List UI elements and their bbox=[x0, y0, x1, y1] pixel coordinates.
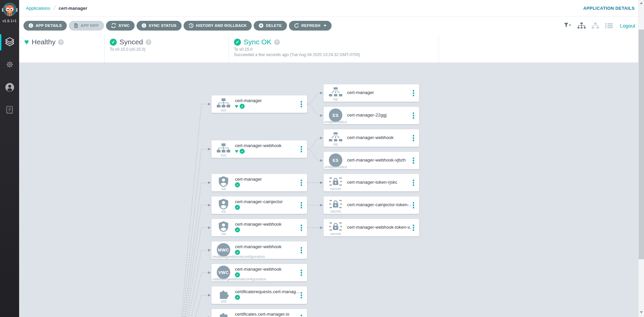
resource-kind-label: ep bbox=[324, 97, 348, 101]
info-icon bbox=[29, 23, 33, 28]
node-menu-button[interactable] bbox=[412, 224, 415, 232]
vertical-scrollbar[interactable] bbox=[638, 0, 644, 317]
logout-link[interactable]: Logout bbox=[620, 23, 635, 29]
resource-name: cert-manager-cainjector-token-... bbox=[347, 202, 411, 207]
app-details-button[interactable]: APP DETAILS bbox=[23, 21, 67, 31]
operation-status-label: Sync OK bbox=[244, 38, 271, 46]
argocd-app: v1.6.1+1 Applications/cert-manager APPLI… bbox=[0, 0, 644, 317]
resource-node-endpointslice[interactable]: EScert-manager-webhook-vjbzhendpointslic… bbox=[324, 152, 419, 169]
breadcrumb: Applications/cert-manager bbox=[26, 5, 87, 11]
health-icons bbox=[235, 149, 245, 154]
node-menu-button[interactable] bbox=[300, 224, 303, 232]
resource-node-secret[interactable]: cert-manager-cainjector-token-...secret bbox=[324, 196, 419, 214]
resource-node-sa[interactable]: cert-manager-webhooksa bbox=[211, 219, 307, 236]
operation-revision: To v0.15.0 bbox=[234, 47, 439, 52]
sync-status-button[interactable]: SYNC STATUS bbox=[137, 21, 182, 31]
network-view-icon[interactable] bbox=[591, 22, 599, 29]
sync-icon bbox=[111, 23, 116, 28]
node-menu-button[interactable] bbox=[412, 134, 415, 142]
layers-icon bbox=[5, 37, 15, 48]
filter-icon[interactable] bbox=[564, 23, 572, 28]
gear-icon bbox=[5, 60, 14, 70]
breadcrumb-applications-link[interactable]: Applications bbox=[26, 6, 50, 11]
history-and-rollback-button[interactable]: HISTORY AND ROLLBACK bbox=[184, 21, 252, 31]
resource-name: certificaterequests.cert-manag... bbox=[235, 289, 299, 294]
sidebar-item-settings[interactable] bbox=[0, 54, 19, 77]
sa-icon bbox=[216, 176, 231, 187]
node-menu-button[interactable] bbox=[300, 269, 303, 277]
resource-node-svc[interactable]: cert-managersvc bbox=[211, 95, 307, 113]
node-menu-button[interactable] bbox=[412, 201, 415, 210]
breadcrumb-separator: / bbox=[53, 5, 56, 11]
resource-name: certificates.cert-manager.io bbox=[235, 312, 289, 317]
resource-node-secret[interactable]: cert-manager-token-rjskcsecret bbox=[324, 174, 419, 191]
help-icon[interactable] bbox=[58, 39, 64, 45]
resource-kind-label: sa bbox=[211, 187, 236, 191]
health-icons bbox=[235, 227, 240, 232]
resource-node-validatingwebhookconfiguration[interactable]: VWCcert-manager-webhookvalidatingwebhook… bbox=[211, 264, 307, 281]
check-icon bbox=[235, 227, 240, 232]
scroll-up-arrow[interactable] bbox=[640, 2, 643, 4]
user-icon bbox=[5, 83, 14, 93]
resource-kind-label: secret bbox=[324, 209, 348, 213]
active-indicator bbox=[0, 34, 1, 50]
sync-revision: To v0.15.0 (v0.15.0) bbox=[110, 47, 229, 52]
resource-node-mutatingwebhookconfiguration[interactable]: MWCcert-manager-webhookmutatingwebhookco… bbox=[211, 241, 307, 259]
toolbar: APP DETAILSAPP DIFFSYNCSYNC STATUSHISTOR… bbox=[19, 16, 644, 35]
node-menu-button[interactable] bbox=[412, 156, 415, 165]
sidebar-item-docs[interactable] bbox=[0, 99, 19, 122]
scroll-down-arrow[interactable] bbox=[640, 311, 643, 313]
node-menu-button[interactable] bbox=[412, 89, 415, 97]
refresh-button[interactable]: REFRESH bbox=[289, 21, 332, 31]
node-menu-button[interactable] bbox=[412, 179, 415, 187]
help-icon[interactable] bbox=[146, 39, 151, 45]
resource-node-svc[interactable]: cert-manager-webhooksvc bbox=[211, 140, 307, 158]
resource-kind-label: sa bbox=[211, 232, 236, 236]
resource-node-endpointslice[interactable]: EScert-manager-22ggjendpointslice bbox=[324, 107, 419, 124]
node-menu-button[interactable] bbox=[300, 291, 303, 300]
resource-node-secret[interactable]: cert-manager-webhook-token-v...secret bbox=[324, 219, 419, 236]
secret-icon bbox=[329, 176, 343, 187]
node-menu-button[interactable] bbox=[300, 179, 303, 187]
secret-icon bbox=[329, 199, 343, 210]
check-icon bbox=[240, 104, 245, 109]
book-icon bbox=[5, 106, 14, 116]
list-view-icon[interactable] bbox=[605, 23, 613, 29]
resource-node-ep[interactable]: cert-managerep bbox=[324, 84, 419, 102]
resource-name: cert-manager-webhook bbox=[235, 244, 282, 249]
sync-status-section: Synced To v0.15.0 (v0.15.0) bbox=[105, 35, 229, 62]
resource-kind-label: svc bbox=[211, 108, 236, 112]
check-icon bbox=[235, 295, 240, 300]
resource-name: cert-manager-22ggj bbox=[347, 112, 387, 118]
resource-tree: cert-managersvccert-manager-webhooksvcce… bbox=[19, 62, 638, 317]
health-status-label: Healthy bbox=[32, 38, 55, 46]
resource-node-crd[interactable]: certificates.cert-manager.iocrd bbox=[211, 309, 307, 317]
graph-view-icon[interactable] bbox=[578, 22, 586, 29]
resource-name: cert-manager-cainjector bbox=[235, 199, 283, 204]
node-menu-button[interactable] bbox=[300, 314, 303, 317]
check-icon bbox=[235, 182, 240, 187]
resource-node-sa[interactable]: cert-manager-cainjectorsa bbox=[211, 196, 307, 214]
sidebar-item-applications[interactable] bbox=[0, 31, 19, 54]
node-menu-button[interactable] bbox=[300, 201, 303, 210]
resource-node-sa[interactable]: cert-managersa bbox=[211, 174, 307, 191]
node-menu-button[interactable] bbox=[412, 111, 415, 120]
delete-icon bbox=[259, 23, 263, 28]
view-icons bbox=[564, 22, 613, 29]
application-details-link[interactable]: APPLICATION DETAILS bbox=[583, 6, 635, 11]
info-icon bbox=[142, 23, 146, 28]
node-menu-button[interactable] bbox=[300, 246, 303, 255]
node-menu-button[interactable] bbox=[300, 145, 303, 153]
sync-button[interactable]: SYNC bbox=[106, 21, 135, 31]
resource-node-ep[interactable]: cert-manager-webhookep bbox=[324, 129, 419, 147]
resource-name: cert-manager-webhook bbox=[235, 143, 282, 148]
status-bar: Healthy Synced To v0.15.0 (v0.15.0) Sync… bbox=[19, 35, 644, 62]
ep-icon bbox=[329, 132, 343, 142]
scrollbar-thumb[interactable] bbox=[639, 30, 644, 259]
resource-name: cert-manager-webhook bbox=[235, 222, 282, 227]
delete-button[interactable]: DELETE bbox=[254, 21, 287, 31]
resource-node-crd[interactable]: certificaterequests.cert-manag...crd bbox=[211, 286, 307, 304]
sidebar-item-user[interactable] bbox=[0, 77, 19, 99]
help-icon[interactable] bbox=[274, 39, 280, 45]
node-menu-button[interactable] bbox=[300, 100, 303, 108]
